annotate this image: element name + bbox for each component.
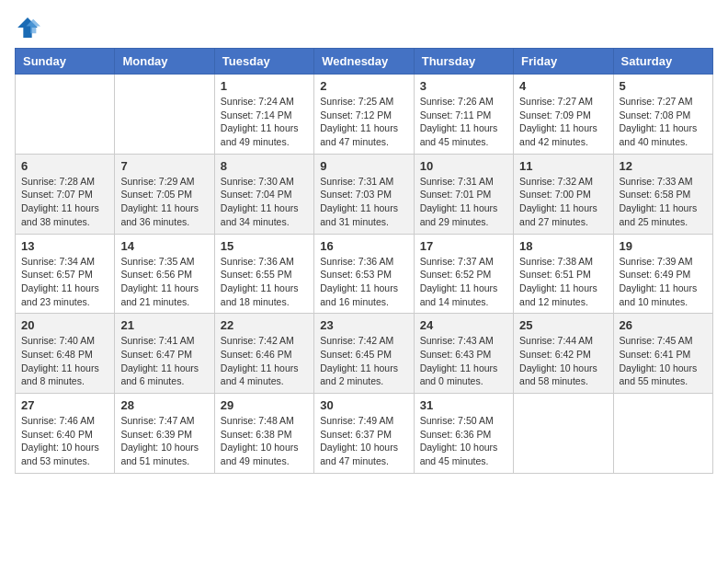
calendar-cell <box>514 394 613 474</box>
calendar-cell: 20Sunrise: 7:40 AM Sunset: 6:48 PM Dayli… <box>16 314 115 394</box>
day-info: Sunrise: 7:36 AM Sunset: 6:53 PM Dayligh… <box>320 255 407 309</box>
calendar-cell: 8Sunrise: 7:30 AM Sunset: 7:04 PM Daylig… <box>214 154 313 234</box>
header <box>15 15 713 40</box>
weekday-header-row: SundayMondayTuesdayWednesdayThursdayFrid… <box>16 49 713 75</box>
calendar-cell: 2Sunrise: 7:25 AM Sunset: 7:12 PM Daylig… <box>314 75 414 155</box>
calendar-cell: 4Sunrise: 7:27 AM Sunset: 7:09 PM Daylig… <box>514 75 613 155</box>
day-number: 9 <box>320 159 407 173</box>
day-info: Sunrise: 7:31 AM Sunset: 7:03 PM Dayligh… <box>320 175 407 229</box>
calendar-cell: 27Sunrise: 7:46 AM Sunset: 6:40 PM Dayli… <box>16 394 115 474</box>
day-number: 19 <box>620 239 707 253</box>
day-number: 25 <box>519 318 607 332</box>
day-info: Sunrise: 7:40 AM Sunset: 6:48 PM Dayligh… <box>21 334 108 388</box>
calendar-cell: 31Sunrise: 7:50 AM Sunset: 6:36 PM Dayli… <box>414 394 513 474</box>
calendar-cell: 29Sunrise: 7:48 AM Sunset: 6:38 PM Dayli… <box>214 394 313 474</box>
day-number: 18 <box>519 239 607 253</box>
day-number: 17 <box>420 239 507 253</box>
calendar-cell <box>16 75 115 155</box>
day-info: Sunrise: 7:26 AM Sunset: 7:11 PM Dayligh… <box>420 95 507 149</box>
calendar-cell: 17Sunrise: 7:37 AM Sunset: 6:52 PM Dayli… <box>414 234 513 314</box>
week-row-5: 27Sunrise: 7:46 AM Sunset: 6:40 PM Dayli… <box>16 394 713 474</box>
week-row-2: 6Sunrise: 7:28 AM Sunset: 7:07 PM Daylig… <box>16 154 713 234</box>
calendar-cell: 15Sunrise: 7:36 AM Sunset: 6:55 PM Dayli… <box>214 234 313 314</box>
calendar-cell: 30Sunrise: 7:49 AM Sunset: 6:37 PM Dayli… <box>314 394 414 474</box>
day-number: 23 <box>320 318 407 332</box>
day-number: 2 <box>320 79 407 93</box>
weekday-header-tuesday: Tuesday <box>214 49 313 75</box>
weekday-header-saturday: Saturday <box>613 49 712 75</box>
calendar-cell: 19Sunrise: 7:39 AM Sunset: 6:49 PM Dayli… <box>613 234 712 314</box>
day-number: 16 <box>320 239 407 253</box>
week-row-4: 20Sunrise: 7:40 AM Sunset: 6:48 PM Dayli… <box>16 314 713 394</box>
day-number: 3 <box>420 79 507 93</box>
calendar-cell: 16Sunrise: 7:36 AM Sunset: 6:53 PM Dayli… <box>314 234 414 314</box>
calendar-cell: 5Sunrise: 7:27 AM Sunset: 7:08 PM Daylig… <box>613 75 712 155</box>
day-info: Sunrise: 7:30 AM Sunset: 7:04 PM Dayligh… <box>221 175 308 229</box>
day-info: Sunrise: 7:33 AM Sunset: 6:58 PM Dayligh… <box>620 175 707 229</box>
day-number: 5 <box>620 79 707 93</box>
calendar-cell: 28Sunrise: 7:47 AM Sunset: 6:39 PM Dayli… <box>115 394 214 474</box>
day-info: Sunrise: 7:35 AM Sunset: 6:56 PM Dayligh… <box>120 255 208 309</box>
day-number: 28 <box>120 398 208 412</box>
day-number: 30 <box>320 398 407 412</box>
calendar-cell: 18Sunrise: 7:38 AM Sunset: 6:51 PM Dayli… <box>514 234 613 314</box>
day-number: 27 <box>21 398 108 412</box>
calendar-cell: 10Sunrise: 7:31 AM Sunset: 7:01 PM Dayli… <box>414 154 513 234</box>
day-info: Sunrise: 7:41 AM Sunset: 6:47 PM Dayligh… <box>120 334 208 388</box>
weekday-header-friday: Friday <box>514 49 613 75</box>
day-number: 22 <box>221 318 308 332</box>
day-number: 4 <box>519 79 607 93</box>
day-number: 14 <box>120 239 208 253</box>
calendar-cell: 6Sunrise: 7:28 AM Sunset: 7:07 PM Daylig… <box>16 154 115 234</box>
day-number: 15 <box>221 239 308 253</box>
day-number: 31 <box>420 398 507 412</box>
calendar-cell: 12Sunrise: 7:33 AM Sunset: 6:58 PM Dayli… <box>613 154 712 234</box>
calendar-cell: 26Sunrise: 7:45 AM Sunset: 6:41 PM Dayli… <box>613 314 712 394</box>
calendar-cell <box>613 394 712 474</box>
day-number: 13 <box>21 239 108 253</box>
day-info: Sunrise: 7:39 AM Sunset: 6:49 PM Dayligh… <box>620 255 707 309</box>
calendar-cell: 24Sunrise: 7:43 AM Sunset: 6:43 PM Dayli… <box>414 314 513 394</box>
day-info: Sunrise: 7:43 AM Sunset: 6:43 PM Dayligh… <box>420 334 507 388</box>
day-info: Sunrise: 7:44 AM Sunset: 6:42 PM Dayligh… <box>519 334 607 388</box>
weekday-header-thursday: Thursday <box>414 49 513 75</box>
week-row-1: 1Sunrise: 7:24 AM Sunset: 7:14 PM Daylig… <box>16 75 713 155</box>
logo-icon <box>15 15 40 40</box>
week-row-3: 13Sunrise: 7:34 AM Sunset: 6:57 PM Dayli… <box>16 234 713 314</box>
day-info: Sunrise: 7:38 AM Sunset: 6:51 PM Dayligh… <box>519 255 607 309</box>
weekday-header-monday: Monday <box>115 49 214 75</box>
day-number: 11 <box>519 159 607 173</box>
day-number: 7 <box>120 159 208 173</box>
day-info: Sunrise: 7:31 AM Sunset: 7:01 PM Dayligh… <box>420 175 507 229</box>
calendar-cell: 13Sunrise: 7:34 AM Sunset: 6:57 PM Dayli… <box>16 234 115 314</box>
logo <box>15 15 44 40</box>
calendar-cell: 9Sunrise: 7:31 AM Sunset: 7:03 PM Daylig… <box>314 154 414 234</box>
weekday-header-wednesday: Wednesday <box>314 49 414 75</box>
day-number: 6 <box>21 159 108 173</box>
day-number: 26 <box>620 318 707 332</box>
calendar-cell: 11Sunrise: 7:32 AM Sunset: 7:00 PM Dayli… <box>514 154 613 234</box>
day-number: 8 <box>221 159 308 173</box>
day-info: Sunrise: 7:36 AM Sunset: 6:55 PM Dayligh… <box>221 255 308 309</box>
day-info: Sunrise: 7:24 AM Sunset: 7:14 PM Dayligh… <box>221 95 308 149</box>
day-info: Sunrise: 7:45 AM Sunset: 6:41 PM Dayligh… <box>620 334 707 388</box>
day-number: 1 <box>221 79 308 93</box>
day-info: Sunrise: 7:42 AM Sunset: 6:45 PM Dayligh… <box>320 334 407 388</box>
day-info: Sunrise: 7:49 AM Sunset: 6:37 PM Dayligh… <box>320 414 407 468</box>
day-info: Sunrise: 7:46 AM Sunset: 6:40 PM Dayligh… <box>21 414 108 468</box>
day-number: 12 <box>620 159 707 173</box>
day-info: Sunrise: 7:27 AM Sunset: 7:08 PM Dayligh… <box>620 95 707 149</box>
day-info: Sunrise: 7:27 AM Sunset: 7:09 PM Dayligh… <box>519 95 607 149</box>
day-number: 21 <box>120 318 208 332</box>
day-number: 24 <box>420 318 507 332</box>
day-info: Sunrise: 7:29 AM Sunset: 7:05 PM Dayligh… <box>120 175 208 229</box>
day-info: Sunrise: 7:48 AM Sunset: 6:38 PM Dayligh… <box>221 414 308 468</box>
day-info: Sunrise: 7:47 AM Sunset: 6:39 PM Dayligh… <box>120 414 208 468</box>
calendar-table: SundayMondayTuesdayWednesdayThursdayFrid… <box>15 48 713 474</box>
calendar-cell <box>115 75 214 155</box>
calendar-cell: 14Sunrise: 7:35 AM Sunset: 6:56 PM Dayli… <box>115 234 214 314</box>
day-number: 10 <box>420 159 507 173</box>
day-info: Sunrise: 7:37 AM Sunset: 6:52 PM Dayligh… <box>420 255 507 309</box>
day-info: Sunrise: 7:50 AM Sunset: 6:36 PM Dayligh… <box>420 414 507 468</box>
weekday-header-sunday: Sunday <box>16 49 115 75</box>
